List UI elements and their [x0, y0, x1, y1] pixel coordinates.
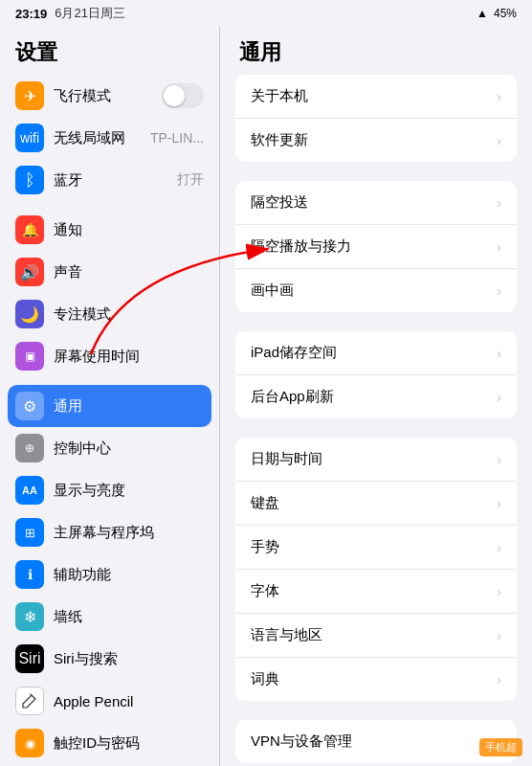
- sidebar-item-siri[interactable]: Siri Siri与搜索: [0, 638, 219, 680]
- sidebar-label-wifi: 无线局域网: [54, 129, 146, 147]
- sidebar-label-airplane: 飞行模式: [54, 87, 162, 105]
- sidebar-label-homescreen: 主屏幕与程序坞: [54, 524, 204, 542]
- chevron-airplay: ›: [497, 239, 501, 255]
- sidebar-item-touchid[interactable]: ◉ 触控ID与密码: [0, 722, 219, 764]
- applepencil-icon: [15, 687, 44, 715]
- bluetooth-icon: ᛒ: [15, 166, 44, 194]
- sidebar-item-accessibility[interactable]: ℹ 辅助功能: [0, 553, 219, 596]
- sidebar-item-sound[interactable]: 🔊 声音: [0, 251, 219, 293]
- dictionary-label: 词典: [251, 670, 497, 688]
- content-item-pip[interactable]: 画中画 ›: [235, 269, 517, 312]
- sidebar-item-wifi[interactable]: wifi 无线局域网 TP-LIN...: [0, 117, 219, 159]
- sidebar-title: 设置: [0, 27, 219, 75]
- status-bar: 23:19 6月21日周三 ▲ 45%: [0, 0, 532, 27]
- storage-label: iPad储存空间: [251, 344, 497, 362]
- sidebar-label-accessibility: 辅助功能: [54, 566, 204, 584]
- content-item-vpn[interactable]: VPN与设备管理 ›: [235, 720, 517, 763]
- content-item-keyboard[interactable]: 键盘 ›: [235, 482, 517, 526]
- status-time: 23:19: [15, 7, 47, 21]
- wifi-icon: wifi: [15, 124, 44, 152]
- sidebar-label-focus: 专注模式: [54, 305, 204, 324]
- content-area: 通用 关于本机 › 软件更新 › 隔空投送 › 隔空播放与接力 › 画中画: [220, 27, 532, 766]
- chevron-keyboard: ›: [497, 496, 501, 511]
- sidebar: 设置 ✈ 飞行模式 wifi 无线局域网 TP-LIN... ᛒ 蓝牙 打开 🔔…: [0, 27, 220, 766]
- homescreen-icon: ⊞: [15, 518, 44, 547]
- chevron-gesture: ›: [497, 540, 501, 555]
- chevron-font: ›: [497, 584, 501, 599]
- sidebar-label-bluetooth: 蓝牙: [54, 171, 173, 190]
- wallpaper-icon: ❄: [15, 602, 44, 631]
- toggle-thumb: [164, 85, 185, 106]
- main-layout: 设置 ✈ 飞行模式 wifi 无线局域网 TP-LIN... ᛒ 蓝牙 打开 🔔…: [0, 27, 532, 766]
- content-group-2: 隔空投送 › 隔空播放与接力 › 画中画 ›: [235, 181, 517, 312]
- content-item-storage[interactable]: iPad储存空间 ›: [235, 331, 517, 375]
- chevron-datetime: ›: [497, 452, 501, 467]
- sidebar-item-wallpaper[interactable]: ❄ 墙纸: [0, 596, 219, 638]
- chevron-about: ›: [497, 89, 501, 104]
- svg-line-0: [30, 694, 32, 696]
- controlcenter-icon: ⊕: [15, 434, 44, 462]
- focus-icon: 🌙: [15, 300, 44, 328]
- pip-label: 画中画: [251, 282, 497, 300]
- content-group-1: 关于本机 › 软件更新 ›: [235, 75, 517, 162]
- content-item-font[interactable]: 字体 ›: [235, 570, 517, 614]
- chevron-softwareupdate: ›: [497, 133, 501, 148]
- sidebar-item-controlcenter[interactable]: ⊕ 控制中心: [0, 427, 219, 469]
- chevron-dictionary: ›: [497, 672, 501, 687]
- watermark: 手机超: [479, 738, 522, 756]
- battery-percent: 45%: [494, 7, 517, 20]
- sidebar-label-siri: Siri与搜索: [54, 650, 204, 668]
- sidebar-item-bluetooth[interactable]: ᛒ 蓝牙 打开: [0, 159, 219, 201]
- display-icon: AA: [15, 476, 44, 505]
- sidebar-value-bluetooth: 打开: [177, 171, 204, 189]
- content-item-datetime[interactable]: 日期与时间 ›: [235, 438, 517, 482]
- bgrefresh-label: 后台App刷新: [251, 388, 497, 406]
- content-group-5: VPN与设备管理 ›: [235, 720, 517, 763]
- notifications-icon: 🔔: [15, 215, 44, 244]
- content-item-gesture[interactable]: 手势 ›: [235, 526, 517, 570]
- sidebar-label-notifications: 通知: [54, 221, 204, 239]
- sidebar-label-touchid: 触控ID与密码: [54, 734, 204, 753]
- content-item-language[interactable]: 语言与地区 ›: [235, 614, 517, 658]
- chevron-storage: ›: [497, 346, 501, 361]
- sidebar-item-airplane[interactable]: ✈ 飞行模式: [0, 75, 219, 117]
- sidebar-item-focus[interactable]: 🌙 专注模式: [0, 293, 219, 335]
- chevron-language: ›: [497, 628, 501, 643]
- sidebar-item-notifications[interactable]: 🔔 通知: [0, 209, 219, 251]
- accessibility-icon: ℹ: [15, 560, 44, 589]
- vpn-label: VPN与设备管理: [251, 732, 497, 751]
- about-label: 关于本机: [251, 87, 497, 105]
- sidebar-label-general: 通用: [54, 397, 204, 416]
- general-icon: ⚙: [15, 392, 44, 420]
- sidebar-label-display: 显示与亮度: [54, 482, 204, 500]
- sidebar-label-applepencil: Apple Pencil: [54, 693, 204, 710]
- datetime-label: 日期与时间: [251, 450, 497, 468]
- content-item-airdrop[interactable]: 隔空投送 ›: [235, 181, 517, 225]
- airplane-icon: ✈: [15, 81, 44, 110]
- content-item-bgrefresh[interactable]: 后台App刷新 ›: [235, 375, 517, 418]
- content-item-softwareupdate[interactable]: 软件更新 ›: [235, 119, 517, 162]
- sidebar-item-applepencil[interactable]: Apple Pencil: [0, 680, 219, 722]
- content-item-airplay[interactable]: 隔空播放与接力 ›: [235, 225, 517, 269]
- content-item-about[interactable]: 关于本机 ›: [235, 75, 517, 119]
- wifi-icon: ▲: [477, 7, 488, 20]
- content-item-dictionary[interactable]: 词典 ›: [235, 658, 517, 701]
- sidebar-item-screentime[interactable]: ▣ 屏幕使用时间: [0, 335, 219, 377]
- airplane-toggle[interactable]: [162, 83, 204, 108]
- airplay-label: 隔空播放与接力: [251, 237, 497, 256]
- language-label: 语言与地区: [251, 626, 497, 644]
- status-icons: ▲ 45%: [477, 7, 517, 20]
- airdrop-label: 隔空投送: [251, 193, 497, 212]
- sidebar-label-controlcenter: 控制中心: [54, 439, 204, 458]
- gesture-label: 手势: [251, 538, 497, 556]
- chevron-airdrop: ›: [497, 195, 501, 211]
- screentime-icon: ▣: [15, 342, 44, 371]
- sidebar-label-sound: 声音: [54, 263, 204, 282]
- sidebar-label-wallpaper: 墙纸: [54, 608, 204, 626]
- sidebar-item-display[interactable]: AA 显示与亮度: [0, 469, 219, 511]
- siri-icon: Siri: [15, 644, 44, 673]
- status-date: 6月21日周三: [55, 5, 125, 22]
- sidebar-label-screentime: 屏幕使用时间: [54, 348, 204, 366]
- sidebar-item-general[interactable]: ⚙ 通用: [8, 385, 211, 427]
- sidebar-item-homescreen[interactable]: ⊞ 主屏幕与程序坞: [0, 511, 219, 553]
